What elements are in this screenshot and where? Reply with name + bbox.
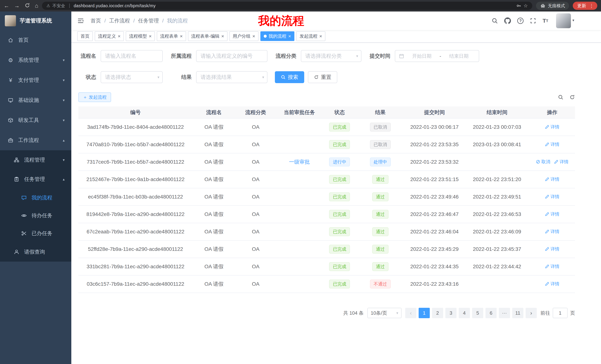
user-avatar[interactable]: ▾ <box>556 13 574 28</box>
close-icon[interactable]: × <box>118 34 120 38</box>
key-icon[interactable] <box>516 3 521 8</box>
tab-my-process[interactable]: 我的流程× <box>260 31 294 41</box>
sidebar-item-system[interactable]: ⚙ 系统管理 ▾ <box>0 50 71 70</box>
tab-user-group[interactable]: 用户分组× <box>229 31 259 41</box>
sidebar-item-task-mgmt[interactable]: 任务管理 ▴ <box>0 170 71 189</box>
toggle-search-icon[interactable] <box>558 95 563 100</box>
status-select[interactable]: 请选择状态 ▾ <box>101 71 163 83</box>
close-icon[interactable]: × <box>149 34 151 38</box>
close-icon[interactable]: × <box>180 34 182 38</box>
close-icon[interactable]: × <box>319 34 322 38</box>
page-button-4[interactable]: 4 <box>459 308 470 318</box>
detail-link[interactable]: 详情 <box>545 229 559 234</box>
tab-process-model[interactable]: 流程模型× <box>126 31 155 41</box>
category-select[interactable]: 请选择流程分类 ▾ <box>301 50 361 62</box>
address-bar[interactable]: ⚠ 不安全 dashboard.yudao.iocoder.cn/bpm/tas… <box>42 2 532 10</box>
tab-process-form[interactable]: 流程表单× <box>157 31 186 41</box>
detail-link[interactable]: 详情 <box>545 281 559 287</box>
sidebar-item-done-tasks[interactable]: 已办任务 <box>0 224 71 242</box>
cancel-link[interactable]: 取消 <box>536 159 550 165</box>
detail-link[interactable]: 详情 <box>545 211 559 217</box>
cell-current-task <box>276 223 323 240</box>
date-range-picker[interactable]: 开始日期 - 结束日期 <box>395 50 479 62</box>
page-button-11[interactable]: 11 <box>512 308 523 318</box>
tab-start-process[interactable]: 发起流程× <box>296 31 325 41</box>
bookmark-star-icon[interactable]: ☆ <box>523 3 528 9</box>
status-tag: 进行中 <box>329 157 350 166</box>
github-icon[interactable] <box>504 18 511 24</box>
detail-link[interactable]: 详情 <box>545 124 559 130</box>
help-icon[interactable]: ? <box>517 18 523 24</box>
close-icon[interactable]: × <box>221 34 224 38</box>
fullscreen-icon[interactable] <box>530 18 536 24</box>
search-button[interactable]: 搜索 <box>275 71 304 83</box>
pencil-icon <box>545 212 549 216</box>
goto-page-input[interactable] <box>553 308 568 318</box>
breadcrumb-task-mgmt[interactable]: 任务管理 <box>138 17 159 24</box>
reload-icon[interactable] <box>25 3 30 9</box>
breadcrumb-home[interactable]: 首页 <box>91 17 101 24</box>
current-task-link[interactable]: 一级审批 <box>289 159 310 165</box>
cell-id: 52ffd28e-7b9a-11ec-a290-acde48001122 <box>78 240 193 258</box>
sidebar-item-home[interactable]: 首页 <box>0 30 71 50</box>
back-icon[interactable]: ← <box>4 3 9 9</box>
reset-button[interactable]: 重置 <box>308 71 337 83</box>
header-actions: 操作 <box>529 106 575 118</box>
detail-link[interactable]: 详情 <box>545 141 559 147</box>
create-process-button[interactable]: ＋ 发起流程 <box>78 92 111 102</box>
search-icon[interactable] <box>492 18 498 24</box>
logo-avatar <box>5 15 16 26</box>
page-button-1[interactable]: 1 <box>419 308 430 318</box>
browser-menu-icon[interactable]: ⋮ <box>589 3 594 9</box>
page-button-6[interactable]: 6 <box>485 308 497 318</box>
page-button-5[interactable]: 5 <box>472 308 483 318</box>
prev-page-button[interactable]: ‹ <box>405 308 416 318</box>
update-button[interactable]: 更新 ⋮ <box>573 2 597 10</box>
detail-link[interactable]: 详情 <box>545 246 559 252</box>
sidebar-item-infra[interactable]: 基础设施 ▾ <box>0 90 71 110</box>
next-page-button[interactable]: › <box>526 308 537 318</box>
status-tag: 已完成 <box>329 140 350 149</box>
sidebar-item-process-mgmt[interactable]: 流程管理 ▾ <box>0 150 71 170</box>
detail-link[interactable]: 详情 <box>545 176 559 182</box>
cell-submit-time: 2022-01-22 23:49:46 <box>404 188 465 206</box>
breadcrumb-workflow[interactable]: 工作流程 <box>109 17 130 24</box>
detail-link[interactable]: 详情 <box>545 263 559 269</box>
process-name-input[interactable] <box>101 50 163 62</box>
page-size-select[interactable]: 10条/页 ▾ <box>367 308 401 318</box>
sidebar-item-payment[interactable]: ¥ 支付管理 ▾ <box>0 70 71 90</box>
status-tag: 已完成 <box>329 210 350 219</box>
hamburger-icon[interactable] <box>77 18 84 24</box>
eye-icon <box>21 213 27 219</box>
font-size-icon[interactable]: TT <box>542 18 548 24</box>
result-tag: 通过 <box>372 210 389 219</box>
detail-link[interactable]: 详情 <box>554 159 569 165</box>
result-tag: 通过 <box>372 192 389 201</box>
cell-current-task <box>276 118 323 136</box>
sidebar-item-devtools[interactable]: 研发工具 ▾ <box>0 110 71 130</box>
cell-name: OA 请假 <box>193 240 235 258</box>
page-ellipsis[interactable]: ··· <box>499 308 510 318</box>
refresh-table-icon[interactable] <box>570 95 575 100</box>
tab-process-form-edit[interactable]: 流程表单-编辑× <box>188 31 228 41</box>
close-icon[interactable]: × <box>252 34 255 38</box>
page-button-2[interactable]: 2 <box>432 308 443 318</box>
sidebar-item-leave-query[interactable]: 请假查询 <box>0 242 71 262</box>
cell-result: 不通过 <box>356 275 404 293</box>
status-tag: 已完成 <box>329 175 350 184</box>
sidebar-item-my-process[interactable]: 我的流程 <box>0 189 71 207</box>
result-select[interactable]: 请选择流结果 ▾ <box>196 71 267 83</box>
sidebar-item-todo-tasks[interactable]: 待办任务 <box>0 207 71 224</box>
avatar[interactable] <box>556 13 571 28</box>
cell-status: 已完成 <box>323 275 357 293</box>
page-button-3[interactable]: 3 <box>445 308 457 318</box>
close-icon[interactable]: × <box>288 34 291 38</box>
cell-name: OA 请假 <box>193 153 235 171</box>
sidebar-item-workflow[interactable]: 工作流程 ▴ <box>0 130 71 150</box>
process-definition-input[interactable] <box>196 50 267 62</box>
home-icon[interactable]: ⌂ <box>35 3 38 9</box>
tab-home[interactable]: 首页 <box>77 31 93 41</box>
tab-process-definition[interactable]: 流程定义× <box>95 31 124 41</box>
detail-link[interactable]: 详情 <box>545 194 559 200</box>
forward-icon[interactable]: → <box>14 3 20 9</box>
